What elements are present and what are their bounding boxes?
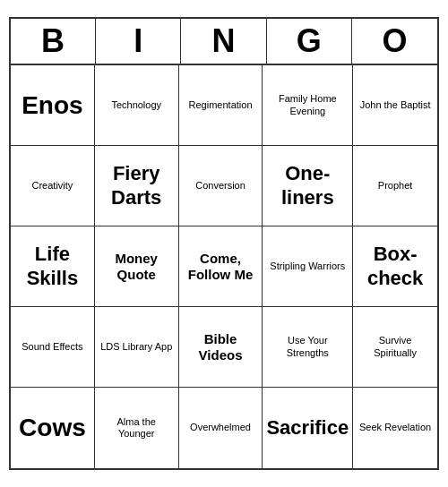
header-g: G	[267, 19, 352, 64]
bingo-cell-10: Life Skills	[11, 226, 95, 307]
header-o: O	[352, 19, 437, 64]
cell-text-16: LDS Library App	[100, 341, 172, 353]
bingo-cell-11: Money Quote	[95, 226, 179, 307]
cell-text-22: Overwhelmed	[190, 422, 251, 433]
bingo-cell-0: Enos	[11, 65, 95, 146]
bingo-cell-14: Box-check	[353, 226, 437, 307]
cell-text-3: Family Home Evening	[266, 93, 349, 116]
bingo-cell-3: Family Home Evening	[263, 65, 353, 146]
header-n: N	[181, 19, 266, 64]
cell-text-15: Sound Effects	[22, 341, 82, 353]
bingo-cell-9: Prophet	[353, 146, 437, 226]
cell-text-11: Money Quote	[99, 251, 175, 283]
cell-text-24: Seek Revelation	[359, 422, 431, 433]
header-b: B	[11, 19, 96, 64]
cell-text-12: Come, Follow Me	[183, 251, 259, 283]
bingo-cell-15: Sound Effects	[11, 307, 95, 388]
cell-text-1: Technology	[111, 99, 161, 111]
cell-text-7: Conversion	[195, 180, 246, 192]
bingo-cell-1: Technology	[95, 65, 179, 146]
cell-text-21: Alma the Younger	[99, 416, 175, 440]
bingo-grid: EnosTechnologyRegimentationFamily Home E…	[11, 65, 437, 468]
cell-text-4: John the Baptist	[360, 99, 431, 111]
bingo-cell-23: Sacrifice	[263, 388, 353, 468]
cell-text-13: Stripling Warriors	[270, 261, 345, 272]
cell-text-6: Fiery Darts	[99, 162, 175, 209]
bingo-card: B I N G O EnosTechnologyRegimentationFam…	[9, 17, 439, 470]
bingo-cell-7: Conversion	[179, 146, 263, 226]
cell-text-17: Bible Videos	[183, 331, 259, 363]
bingo-cell-16: LDS Library App	[95, 307, 179, 388]
cell-text-19: Survive Spiritually	[357, 335, 434, 358]
cell-text-5: Creativity	[31, 180, 73, 192]
bingo-cell-17: Bible Videos	[179, 307, 263, 388]
bingo-cell-18: Use Your Strengths	[263, 307, 353, 388]
bingo-header: B I N G O	[11, 19, 437, 65]
bingo-cell-13: Stripling Warriors	[263, 226, 353, 307]
cell-text-8: One-liners	[266, 162, 349, 209]
cell-text-2: Regimentation	[189, 99, 253, 111]
bingo-cell-6: Fiery Darts	[95, 146, 179, 226]
bingo-cell-24: Seek Revelation	[353, 388, 437, 468]
header-i: I	[96, 19, 181, 64]
bingo-cell-12: Come, Follow Me	[179, 226, 263, 307]
bingo-cell-21: Alma the Younger	[95, 388, 179, 468]
bingo-cell-4: John the Baptist	[353, 65, 437, 146]
bingo-cell-22: Overwhelmed	[179, 388, 263, 468]
bingo-cell-8: One-liners	[263, 146, 353, 226]
cell-text-9: Prophet	[378, 180, 413, 192]
cell-text-10: Life Skills	[14, 243, 90, 290]
bingo-cell-20: Cows	[11, 388, 95, 468]
bingo-cell-19: Survive Spiritually	[353, 307, 437, 388]
cell-text-23: Sacrifice	[266, 416, 349, 440]
cell-text-0: Enos	[22, 90, 82, 121]
bingo-cell-2: Regimentation	[179, 65, 263, 146]
cell-text-20: Cows	[19, 413, 86, 443]
bingo-cell-5: Creativity	[11, 146, 95, 226]
cell-text-14: Box-check	[357, 243, 434, 290]
cell-text-18: Use Your Strengths	[266, 335, 349, 358]
